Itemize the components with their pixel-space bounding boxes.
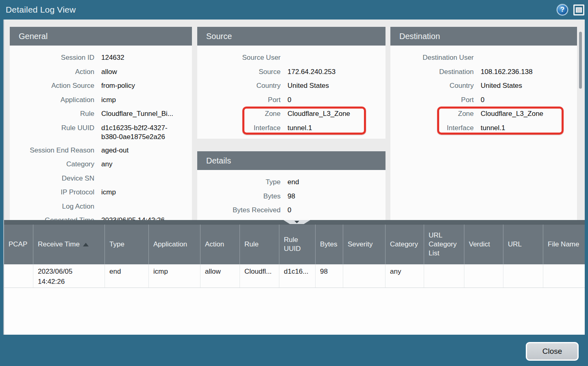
details-panel: Details Typeend Bytes98 Bytes Received0 [197,151,385,220]
destination-row-port: Port0 [390,93,577,107]
column-header-rule[interactable]: Rule [240,224,279,264]
field-value: Cloudflare_Tunnel_Bi... [94,107,173,121]
field-value: 0 [474,93,484,107]
cell-bytes: 98 [316,264,343,288]
column-header-rule-uuid[interactable]: Rule UUID [279,224,316,264]
column-label: Receive Time [38,240,80,249]
source-row-source: Source172.64.240.253 [197,65,385,79]
field-label: Log Action [10,200,94,214]
cell-severity [343,264,385,288]
field-label: Source User [197,51,281,65]
destination-row-destination: Destination108.162.236.138 [390,65,577,79]
field-value: 0 [281,203,291,218]
vertical-scrollbar-thumb[interactable] [579,32,582,89]
source-row-source-user: Source User [197,51,385,65]
field-label: Session End Reason [10,144,94,158]
general-panel-body: Session ID124632 Actionallow Action Sour… [10,46,192,220]
field-value: United States [281,79,329,93]
column-header-url[interactable]: URL [503,224,543,264]
general-row-log-action: Log Action [10,200,192,214]
details-panel-body: Typeend Bytes98 Bytes Received0 [197,170,385,218]
details-row-type: Typeend [197,175,385,190]
cell-rule-uuid: d1c16... [279,264,316,288]
field-label: Device SN [10,172,94,186]
cell-url [503,264,543,288]
general-row-action: Actionallow [10,65,192,79]
cell-rule: Cloudfl... [240,264,279,288]
details-row-bytes-received: Bytes Received0 [197,203,385,218]
panel-splitter [4,220,585,224]
field-label: Port [390,93,474,107]
column-header-verdict[interactable]: Verdict [464,224,503,264]
field-label: Action [10,65,94,79]
general-row-device-sn: Device SN [10,172,192,186]
detailed-log-view-dialog: Detailed Log View ? General Session ID12… [0,0,588,366]
details-row-bytes: Bytes98 [197,190,385,204]
column-label: PCAP [9,240,27,249]
column-label: URL Category List [429,231,460,258]
column-label: Severity [348,240,372,249]
general-panel-title: General [19,32,48,41]
source-row-interface: Interfacetunnel.1 [197,121,385,135]
general-row-rule-uuid: Rule UUIDd1c16235-b2f2-4327-b380-0ae1875… [10,121,192,144]
field-value: icmp [94,93,116,107]
field-label: Generated Time [10,214,94,220]
destination-panel-body: Destination User Destination108.162.236.… [390,46,577,135]
column-header-file-name[interactable]: File Name [543,224,585,264]
field-label: Action Source [10,79,94,93]
cell-file-name [543,264,585,288]
destination-row-destination-user: Destination User [390,51,577,65]
column-header-type[interactable]: Type [105,224,149,264]
source-row-zone: ZoneCloudflare_L3_Zone [197,107,385,121]
field-label: Country [390,79,474,93]
field-value: tunnel.1 [474,121,505,135]
general-row-session-id: Session ID124632 [10,51,192,65]
details-panel-header: Details [197,151,385,170]
field-label: Destination [390,65,474,79]
field-value: aged-out [94,144,128,158]
field-label: Rule [10,107,94,121]
destination-row-interface: Interfacetunnel.1 [390,121,577,135]
column-header-category[interactable]: Category [385,224,424,264]
dialog-title: Detailed Log View [0,5,76,15]
field-value: 0 [281,93,291,107]
column-header-receive-time[interactable]: Receive Time [33,224,105,264]
field-value: any [94,157,112,172]
field-label: Type [197,175,281,190]
cell-verdict [464,264,503,288]
column-header-application[interactable]: Application [149,224,200,264]
splitter-collapse-handle[interactable] [283,220,310,224]
field-value: 108.162.236.138 [474,65,533,79]
column-header-url-category-list[interactable]: URL Category List [424,224,464,264]
general-panel: General Session ID124632 Actionallow Act… [10,27,192,220]
column-label: Category [390,240,418,249]
field-label: Bytes [197,190,281,204]
log-table-header: PCAP Receive Time Type Application Actio… [4,224,585,264]
column-label: Rule UUID [284,235,311,253]
column-label: URL [508,240,522,249]
maximize-window-icon[interactable] [573,4,584,15]
column-header-action[interactable]: Action [200,224,240,264]
field-label: IP Protocol [10,185,94,200]
destination-panel: Destination Destination User Destination… [390,27,577,220]
field-value [474,51,481,65]
help-icon-glyph: ? [560,6,564,14]
close-button[interactable]: Close [526,342,579,361]
cell-action: allow [200,264,240,288]
field-label: Rule UUID [10,121,94,144]
column-header-severity[interactable]: Severity [343,224,385,264]
column-header-pcap[interactable]: PCAP [4,224,33,264]
source-panel-header: Source [197,27,385,46]
field-value: end [281,175,299,190]
general-panel-header: General [10,27,192,46]
sort-asc-icon [83,243,89,246]
general-row-ip-protocol: IP Protocolicmp [10,185,192,200]
source-row-port: Port0 [197,93,385,107]
help-icon[interactable]: ? [557,4,568,15]
destination-row-zone: ZoneCloudflare_L3_Zone [390,107,577,121]
field-value: Cloudflare_L3_Zone [474,107,543,121]
log-table-row[interactable]: 2023/06/05 14:42:26 end icmp allow Cloud… [4,264,585,288]
destination-panel-header: Destination [390,27,577,46]
column-header-bytes[interactable]: Bytes [316,224,343,264]
dialog-content: General Session ID124632 Actionallow Act… [3,20,585,335]
